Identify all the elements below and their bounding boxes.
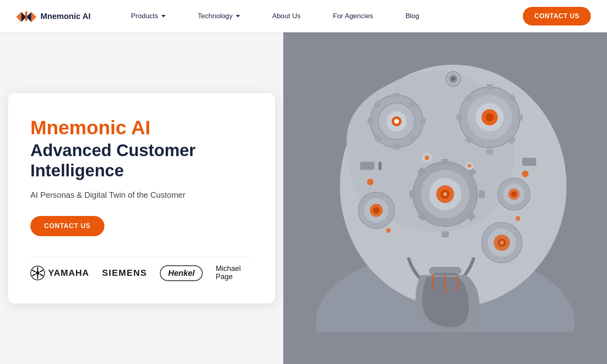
svg-rect-33 — [486, 84, 493, 90]
logo-link[interactable]: Mnemonic AI — [16, 8, 91, 24]
nav-blog[interactable]: Blog — [389, 12, 435, 20]
svg-line-86 — [457, 274, 458, 291]
nav-contact-button[interactable]: CONTACT US — [523, 7, 591, 25]
svg-rect-79 — [522, 158, 536, 166]
svg-rect-36 — [517, 114, 523, 121]
logo-text: Mnemonic AI — [40, 12, 91, 21]
svg-rect-78 — [378, 162, 382, 170]
nav-links: Products Technology About Us For Agencie… — [115, 12, 523, 20]
svg-rect-77 — [360, 162, 374, 170]
svg-marker-4 — [32, 12, 37, 22]
chevron-down-icon — [161, 15, 166, 17]
nav-about[interactable]: About Us — [256, 12, 317, 20]
svg-point-71 — [424, 155, 429, 160]
svg-rect-20 — [393, 93, 400, 99]
svg-line-10 — [40, 274, 43, 276]
svg-point-32 — [486, 113, 494, 121]
svg-line-9 — [32, 270, 36, 272]
svg-point-81 — [522, 171, 528, 177]
hero-title-orange: Mnemonic AI — [30, 117, 253, 139]
svg-point-67 — [500, 241, 504, 245]
right-panel — [283, 32, 607, 364]
nav-technology[interactable]: Technology — [182, 12, 256, 20]
nav-agencies[interactable]: For Agencies — [317, 12, 389, 20]
svg-rect-21 — [393, 144, 400, 150]
svg-line-11 — [40, 270, 43, 272]
chevron-down-icon — [236, 15, 240, 17]
brain-illustration — [308, 40, 583, 315]
svg-point-46 — [443, 192, 447, 196]
svg-point-80 — [367, 179, 374, 185]
svg-rect-35 — [456, 114, 462, 121]
logo-henkel: Henkel — [160, 265, 203, 281]
svg-rect-22 — [367, 118, 373, 125]
svg-rect-50 — [479, 190, 485, 198]
hero-title-blue: Advanced Customer Intelligence — [30, 140, 253, 181]
hero-contact-button[interactable]: CONTACT US — [30, 216, 104, 236]
svg-point-83 — [516, 216, 520, 221]
svg-line-12 — [32, 274, 36, 276]
svg-rect-23 — [420, 118, 426, 125]
svg-rect-49 — [410, 190, 416, 198]
logo-yamaha: YAMAHA — [30, 266, 89, 280]
navigation: Mnemonic AI Products Technology About Us… — [0, 0, 607, 32]
svg-rect-2 — [25, 11, 28, 21]
nav-products[interactable]: Products — [115, 12, 182, 20]
svg-point-19 — [394, 119, 399, 124]
logo-siemens: SIEMENS — [102, 268, 147, 278]
yamaha-crest-icon — [30, 266, 45, 280]
client-logos: YAMAHA SIEMENS Henkel Michael Page — [30, 256, 253, 281]
hero-subtitle: AI Personas & Digital Twin of the Custom… — [30, 190, 253, 200]
logo-michael-page: Michael Page — [216, 265, 241, 281]
svg-rect-34 — [486, 149, 493, 154]
svg-point-62 — [511, 191, 517, 197]
logo-icon — [16, 8, 36, 24]
hero-card: Mnemonic AI Advanced Customer Intelligen… — [8, 93, 275, 303]
svg-point-76 — [451, 77, 455, 81]
svg-marker-3 — [16, 12, 21, 22]
svg-point-82 — [386, 228, 391, 233]
main-content: Mnemonic AI Advanced Customer Intelligen… — [0, 32, 607, 364]
svg-point-73 — [467, 164, 471, 168]
svg-line-84 — [432, 274, 433, 291]
svg-rect-47 — [441, 159, 449, 165]
svg-point-58 — [373, 207, 380, 214]
left-panel: Mnemonic AI Advanced Customer Intelligen… — [0, 32, 283, 364]
svg-rect-48 — [441, 231, 449, 237]
svg-point-6 — [36, 271, 40, 275]
